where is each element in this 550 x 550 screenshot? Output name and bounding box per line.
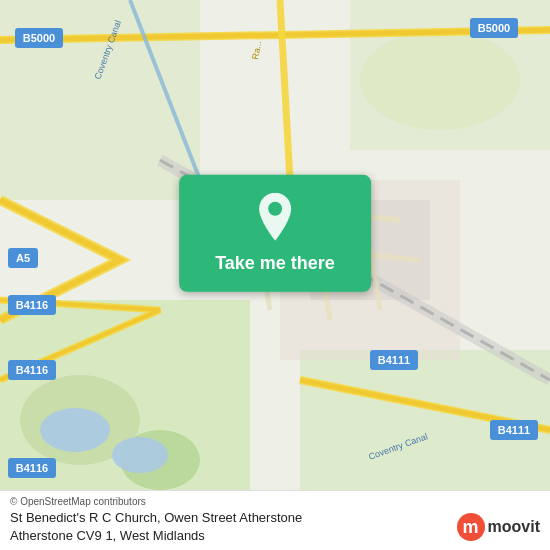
svg-text:B4116: B4116 (16, 299, 48, 311)
location-info: St Benedict's R C Church, Owen Street At… (10, 509, 540, 545)
svg-text:B4111: B4111 (498, 424, 530, 436)
moovit-m-icon: m (457, 513, 485, 541)
svg-text:B5000: B5000 (23, 32, 55, 44)
moovit-logo: m moovit (457, 513, 540, 541)
svg-text:B4116: B4116 (16, 364, 48, 376)
location-line1: St Benedict's R C Church, Owen Street At… (10, 510, 302, 525)
svg-text:A5: A5 (16, 252, 30, 264)
button-label: Take me there (215, 253, 335, 274)
svg-text:B4116: B4116 (16, 462, 48, 474)
svg-text:B5000: B5000 (478, 22, 510, 34)
footer: © OpenStreetMap contributors St Benedict… (0, 490, 550, 550)
svg-point-31 (268, 202, 282, 216)
location-pin-icon (255, 193, 295, 241)
svg-point-6 (360, 30, 520, 130)
location-line2: Atherstone CV9 1, West Midlands (10, 528, 205, 543)
location-text: St Benedict's R C Church, Owen Street At… (10, 509, 449, 545)
svg-point-9 (112, 437, 168, 473)
moovit-wordmark: moovit (488, 518, 540, 536)
osm-credit: © OpenStreetMap contributors (10, 496, 540, 507)
svg-point-8 (40, 408, 110, 452)
take-me-there-button[interactable]: Take me there (179, 175, 371, 292)
map: B5000 B5000 A5 Coventry Canal Ra... B411… (0, 0, 550, 490)
svg-text:B4111: B4111 (378, 354, 410, 366)
